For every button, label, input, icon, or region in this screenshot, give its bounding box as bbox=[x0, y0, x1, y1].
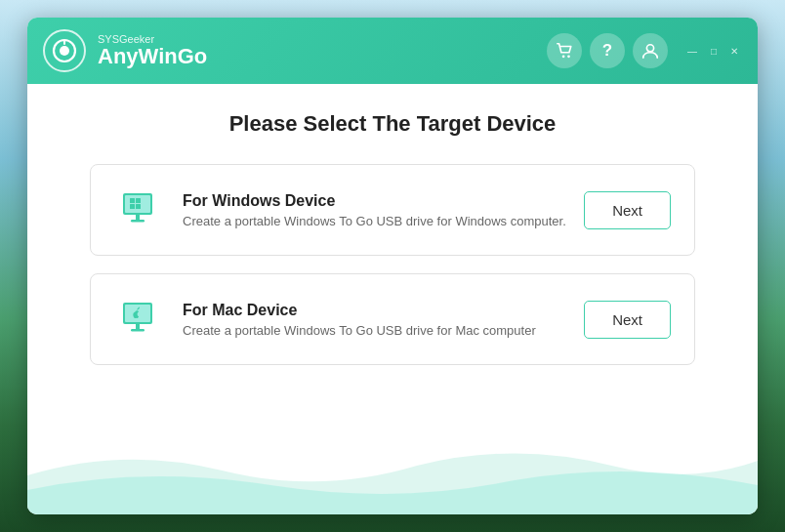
app-title: AnyWinGo bbox=[98, 45, 207, 68]
wave-decoration bbox=[27, 436, 758, 514]
close-button[interactable]: ✕ bbox=[726, 46, 742, 57]
cart-button[interactable] bbox=[547, 33, 582, 68]
titlebar-right: ? — □ ✕ bbox=[547, 33, 742, 68]
user-button[interactable] bbox=[633, 33, 668, 68]
svg-point-1 bbox=[60, 46, 69, 56]
windows-device-card: For Windows Device Create a portable Win… bbox=[90, 164, 695, 256]
windows-device-name: For Windows Device bbox=[183, 192, 566, 210]
titlebar-left: SYSGeeker AnyWinGo bbox=[43, 29, 207, 72]
windows-next-button[interactable]: Next bbox=[584, 191, 671, 229]
main-content: Please Select The Target Device bbox=[27, 84, 758, 514]
page-title: Please Select The Target Device bbox=[229, 111, 557, 137]
svg-rect-11 bbox=[136, 204, 141, 209]
mac-device-card: For Mac Device Create a portable Windows… bbox=[90, 273, 695, 365]
maximize-button[interactable]: □ bbox=[707, 46, 721, 57]
svg-rect-16 bbox=[136, 324, 140, 329]
app-logo bbox=[43, 29, 86, 72]
svg-point-5 bbox=[646, 45, 653, 52]
svg-point-3 bbox=[562, 56, 565, 59]
titlebar: SYSGeeker AnyWinGo ? bbox=[27, 18, 758, 84]
mac-device-icon bbox=[114, 294, 165, 345]
svg-rect-15 bbox=[125, 305, 150, 322]
svg-rect-13 bbox=[131, 220, 145, 223]
help-icon: ? bbox=[602, 41, 612, 61]
mac-next-button[interactable]: Next bbox=[584, 301, 671, 339]
mac-device-name: For Mac Device bbox=[183, 302, 566, 319]
svg-rect-2 bbox=[63, 40, 65, 45]
minimize-button[interactable]: — bbox=[683, 46, 701, 57]
window-controls: — □ ✕ bbox=[683, 46, 742, 57]
help-button[interactable]: ? bbox=[590, 33, 625, 68]
mac-device-info: For Mac Device Create a portable Windows… bbox=[183, 302, 566, 338]
svg-point-4 bbox=[567, 56, 570, 59]
svg-rect-9 bbox=[136, 198, 141, 203]
windows-device-desc: Create a portable Windows To Go USB driv… bbox=[183, 214, 566, 228]
app-name-block: SYSGeeker AnyWinGo bbox=[98, 33, 207, 68]
svg-rect-17 bbox=[131, 329, 145, 332]
windows-device-icon bbox=[114, 184, 165, 235]
mac-device-desc: Create a portable Windows To Go USB driv… bbox=[183, 323, 566, 338]
svg-rect-12 bbox=[136, 215, 140, 220]
cards-container: For Windows Device Create a portable Win… bbox=[90, 164, 695, 365]
svg-rect-8 bbox=[130, 198, 135, 203]
app-window: SYSGeeker AnyWinGo ? bbox=[27, 18, 758, 514]
windows-device-info: For Windows Device Create a portable Win… bbox=[183, 192, 566, 228]
svg-rect-10 bbox=[130, 204, 135, 209]
